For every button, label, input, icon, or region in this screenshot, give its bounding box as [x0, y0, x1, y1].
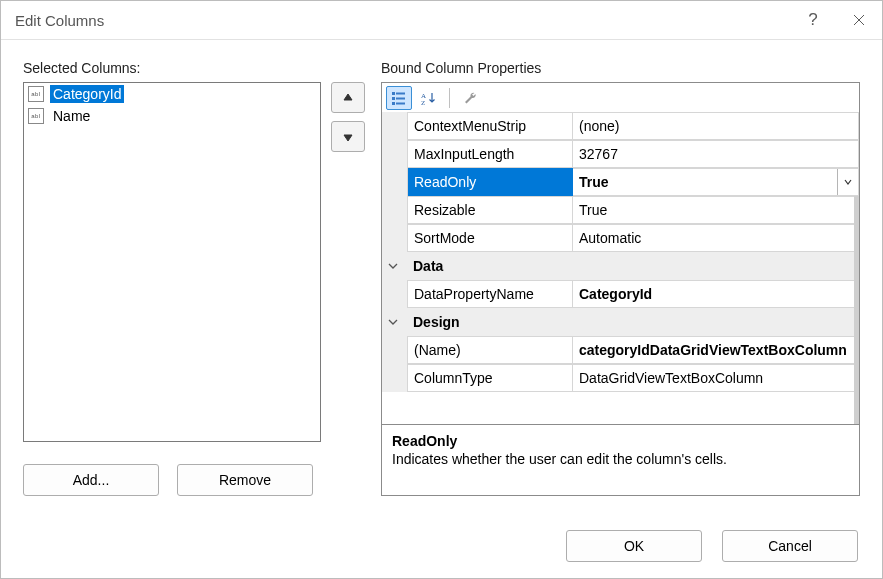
property-row[interactable]: ContextMenuStrip(none) — [382, 112, 859, 140]
selected-columns-buttons: Add... Remove — [23, 464, 363, 496]
property-value[interactable]: CategoryId — [573, 280, 859, 308]
properties-pages-button[interactable] — [457, 86, 483, 110]
scrollbar[interactable] — [854, 195, 859, 424]
list-row: ablCategoryIdablName — [23, 82, 363, 442]
property-row[interactable]: DataPropertyNameCategoryId — [382, 280, 859, 308]
row-gutter — [382, 280, 408, 308]
titlebar: Edit Columns ? — [1, 1, 882, 40]
alphabetical-button[interactable]: A Z — [416, 86, 442, 110]
chevron-down-icon — [844, 178, 852, 186]
help-icon: ? — [808, 10, 817, 30]
property-value[interactable]: True — [573, 196, 859, 224]
wrench-icon — [462, 90, 478, 106]
property-name: ContextMenuStrip — [408, 112, 573, 140]
property-name: DataPropertyName — [408, 280, 573, 308]
property-name: ReadOnly — [408, 168, 573, 196]
description-text: Indicates whether the user can edit the … — [392, 451, 849, 467]
close-icon — [852, 13, 866, 27]
list-item-text: CategoryId — [50, 85, 124, 103]
selected-columns-list[interactable]: ablCategoryIdablName — [23, 82, 321, 442]
close-button[interactable] — [836, 1, 882, 39]
category-name: Design — [407, 308, 859, 336]
row-gutter — [382, 196, 408, 224]
arrow-up-icon — [342, 92, 354, 104]
properties-label: Bound Column Properties — [381, 60, 860, 76]
property-row[interactable]: ResizableTrue — [382, 196, 859, 224]
row-gutter — [382, 168, 408, 196]
property-name: SortMode — [408, 224, 573, 252]
property-name: ColumnType — [408, 364, 573, 392]
property-value[interactable]: categoryIdDataGridViewTextBoxColumn — [573, 336, 859, 364]
edit-columns-dialog: Edit Columns ? Selected Columns: ablCate… — [0, 0, 883, 579]
textbox-column-icon: abl — [28, 108, 44, 124]
row-gutter — [382, 224, 408, 252]
ok-button[interactable]: OK — [566, 530, 702, 562]
arrow-down-icon — [342, 131, 354, 143]
property-grid-rows[interactable]: ContextMenuStrip(none)MaxInputLength3276… — [382, 112, 859, 424]
svg-rect-3 — [396, 97, 405, 99]
selected-columns-label: Selected Columns: — [23, 60, 363, 76]
property-grid: A Z Con — [381, 82, 860, 496]
row-gutter — [382, 112, 408, 140]
move-down-button[interactable] — [331, 121, 365, 152]
categorized-icon — [391, 90, 407, 106]
property-value[interactable]: (none) — [573, 112, 859, 140]
chevron-down-icon — [388, 261, 398, 271]
description-title: ReadOnly — [392, 433, 849, 449]
remove-button[interactable]: Remove — [177, 464, 313, 496]
list-item[interactable]: ablName — [24, 105, 320, 127]
alphabetical-icon: A Z — [421, 90, 437, 106]
property-description: ReadOnly Indicates whether the user can … — [382, 424, 859, 495]
selected-columns-pane: Selected Columns: ablCategoryIdablName A… — [23, 60, 363, 496]
property-value[interactable]: DataGridViewTextBoxColumn — [573, 364, 859, 392]
dialog-body: Selected Columns: ablCategoryIdablName A… — [1, 40, 882, 578]
help-button[interactable]: ? — [790, 1, 836, 39]
list-item[interactable]: ablCategoryId — [24, 83, 320, 105]
category-expander[interactable] — [382, 308, 407, 336]
property-value[interactable]: TrueTrueFalse — [573, 168, 859, 196]
property-name: (Name) — [408, 336, 573, 364]
svg-rect-2 — [392, 97, 395, 100]
list-item-text: Name — [50, 107, 93, 125]
move-up-button[interactable] — [331, 82, 365, 113]
window-title: Edit Columns — [15, 12, 104, 29]
textbox-column-icon: abl — [28, 86, 44, 102]
dropdown-button[interactable] — [837, 169, 858, 195]
svg-rect-4 — [392, 102, 395, 105]
dialog-footer: OK Cancel — [23, 530, 860, 562]
svg-rect-0 — [392, 92, 395, 95]
row-gutter — [382, 364, 408, 392]
svg-text:Z: Z — [421, 99, 425, 106]
svg-rect-1 — [396, 92, 405, 94]
property-name: Resizable — [408, 196, 573, 224]
category-name: Data — [407, 252, 859, 280]
row-gutter — [382, 336, 408, 364]
property-row[interactable]: MaxInputLength32767 — [382, 140, 859, 168]
propgrid-toolbar: A Z — [382, 83, 859, 112]
property-row[interactable]: ColumnTypeDataGridViewTextBoxColumn — [382, 364, 859, 392]
reorder-buttons — [331, 82, 363, 442]
category-expander[interactable] — [382, 252, 407, 280]
property-row[interactable]: Design — [382, 308, 859, 336]
property-value[interactable]: 32767 — [573, 140, 859, 168]
main-area: Selected Columns: ablCategoryIdablName A… — [23, 60, 860, 496]
property-name: MaxInputLength — [408, 140, 573, 168]
add-button[interactable]: Add... — [23, 464, 159, 496]
row-gutter — [382, 140, 408, 168]
property-row[interactable]: SortModeAutomatic — [382, 224, 859, 252]
property-row[interactable]: (Name)categoryIdDataGridViewTextBoxColum… — [382, 336, 859, 364]
property-row[interactable]: Data — [382, 252, 859, 280]
categorized-button[interactable] — [386, 86, 412, 110]
cancel-button[interactable]: Cancel — [722, 530, 858, 562]
property-row[interactable]: ReadOnlyTrueTrueFalse — [382, 168, 859, 196]
titlebar-controls: ? — [790, 1, 882, 39]
properties-pane: Bound Column Properties A — [381, 60, 860, 496]
property-value[interactable]: Automatic — [573, 224, 859, 252]
chevron-down-icon — [388, 317, 398, 327]
toolbar-separator — [449, 88, 450, 108]
svg-rect-5 — [396, 102, 405, 104]
